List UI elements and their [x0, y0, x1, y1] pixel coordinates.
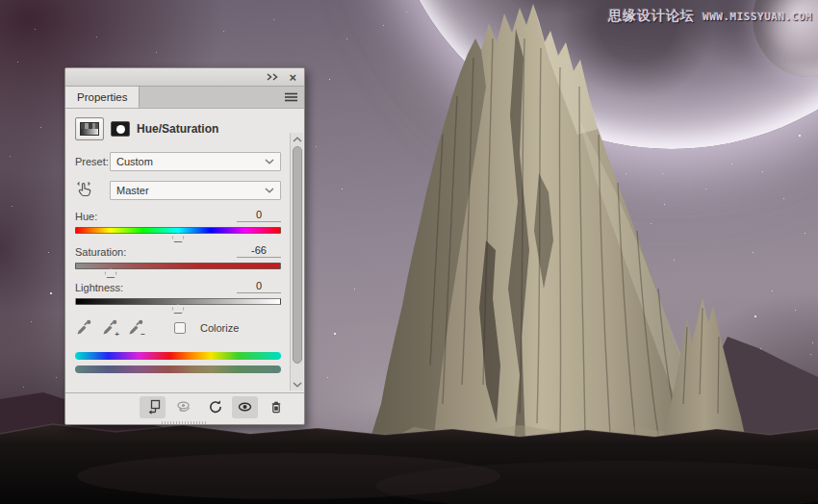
- adjustment-header: Hue/Saturation: [75, 114, 281, 143]
- subtract-from-sample-eyedropper-icon[interactable]: −: [127, 319, 144, 337]
- eyedropper-icon[interactable]: [75, 319, 92, 337]
- saturation-label: Saturation:: [75, 246, 126, 258]
- collapse-panel-icon[interactable]: [266, 71, 279, 83]
- channel-value: Master: [116, 185, 149, 196]
- lightness-label: Lightness:: [75, 282, 123, 293]
- hue-slider-track[interactable]: [75, 227, 281, 234]
- scroll-up-icon[interactable]: [291, 133, 304, 145]
- tab-properties[interactable]: Properties: [65, 87, 140, 108]
- layer-mask-thumbnail[interactable]: [111, 121, 130, 137]
- saturation-slider-track[interactable]: [75, 263, 281, 269]
- eyedropper-row: + − Colorize: [75, 316, 281, 340]
- lightness-slider-track[interactable]: [75, 298, 281, 305]
- lightness-slider-group: Lightness: 0: [75, 280, 281, 305]
- watermark-forum-name: 思缘设计论坛: [608, 8, 695, 25]
- close-icon[interactable]: ×: [289, 71, 296, 84]
- panel-menu-icon[interactable]: [285, 92, 297, 104]
- saturation-slider-thumb[interactable]: [105, 268, 117, 278]
- panel-tab-bar: Properties: [65, 87, 304, 109]
- lightness-slider-thumb[interactable]: [172, 304, 185, 314]
- colorize-label: Colorize: [200, 322, 239, 334]
- hue-saturation-adjustment-icon[interactable]: [75, 117, 104, 140]
- reset-button[interactable]: [201, 396, 227, 418]
- panel-footer: [65, 392, 304, 420]
- preset-value: Custom: [116, 156, 153, 167]
- preset-label: Preset:: [75, 156, 110, 167]
- toggle-visibility-button[interactable]: [232, 396, 258, 418]
- delete-adjustment-button[interactable]: [263, 396, 289, 418]
- preset-select[interactable]: Custom: [110, 152, 281, 171]
- spectrum-bar-before: [75, 352, 281, 360]
- view-previous-state-button[interactable]: [170, 396, 196, 418]
- add-to-sample-eyedropper-icon[interactable]: +: [101, 319, 118, 337]
- chevron-down-icon: [265, 159, 274, 164]
- panel-content: Hue/Saturation Preset: Custom Master: [65, 109, 304, 392]
- hue-slider-thumb[interactable]: [172, 233, 185, 242]
- colorize-checkbox[interactable]: [174, 322, 186, 334]
- preset-row: Preset: Custom: [75, 152, 281, 171]
- resize-grip[interactable]: [65, 420, 304, 424]
- panel-titlebar[interactable]: ×: [65, 68, 304, 87]
- scrollbar-thumb[interactable]: [293, 146, 302, 364]
- saturation-slider-group: Saturation: -66: [75, 244, 281, 269]
- channel-select[interactable]: Master: [110, 181, 281, 200]
- saturation-value-field[interactable]: -66: [237, 244, 281, 258]
- watermark: 思缘设计论坛 WWW.MISSYUAN.COM: [608, 8, 812, 25]
- hue-slider-group: Hue: 0: [75, 209, 281, 234]
- properties-panel: × Properties Hue/Saturation Preset: Cust…: [64, 67, 305, 425]
- chevron-down-icon: [265, 188, 274, 193]
- spectrum-bar-after: [75, 365, 281, 373]
- watermark-site-url: WWW.MISSYUAN.COM: [703, 11, 812, 23]
- scroll-down-icon[interactable]: [291, 378, 304, 391]
- channel-row: Master: [75, 180, 281, 201]
- clip-to-layer-button[interactable]: [140, 396, 166, 418]
- lightness-value-field[interactable]: 0: [237, 280, 281, 293]
- panel-scrollbar[interactable]: [290, 133, 303, 391]
- hue-label: Hue:: [75, 211, 97, 222]
- adjustment-title: Hue/Saturation: [137, 122, 218, 136]
- hue-value-field[interactable]: 0: [237, 209, 281, 222]
- targeted-adjustment-tool-icon[interactable]: [75, 180, 94, 201]
